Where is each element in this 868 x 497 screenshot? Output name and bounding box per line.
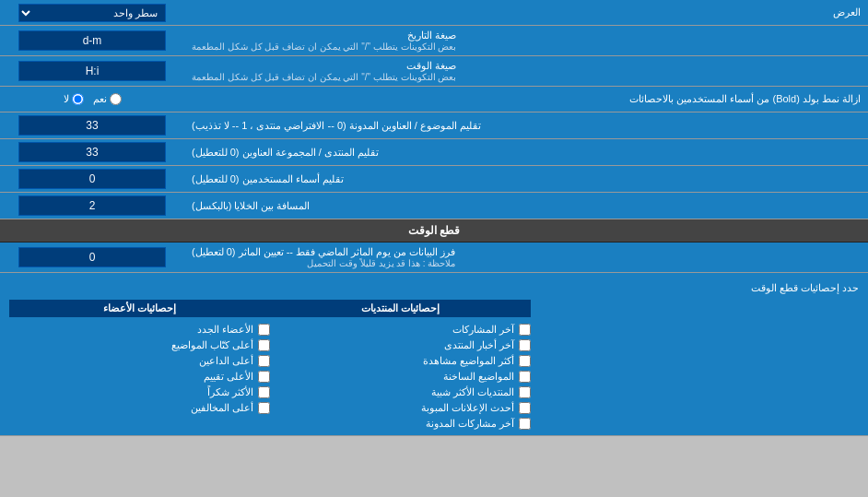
col2-item-2-checkbox[interactable]	[258, 355, 270, 367]
list-item: المواضيع الساخنة	[270, 371, 531, 383]
topic-order-input[interactable]	[18, 115, 166, 136]
col1-item-2-checkbox[interactable]	[519, 355, 531, 367]
bold-remove-controls: نعم لا	[0, 90, 184, 108]
forum-order-input[interactable]	[18, 142, 166, 162]
stats-label: حدد إحصائيات قطع الوقت	[751, 282, 859, 293]
topic-order-input-container	[0, 112, 184, 138]
col2-item-2-label: أعلى الداعين	[199, 355, 253, 367]
list-item: أكثر المواضيع مشاهدة	[270, 355, 531, 367]
top-row: العرض سطر واحد سطرين ثلاثة أسطر	[0, 0, 868, 26]
bold-no-text: لا	[64, 93, 69, 105]
list-item: الأكثر شكراً	[9, 386, 270, 398]
date-format-sublabel: بعض التكوينات يتطلب "/" التي يمكن ان تضا…	[192, 41, 456, 52]
col1-item-0-checkbox[interactable]	[519, 324, 531, 336]
cells-distance-label: المسافة بين الخلايا (بالبكسل)	[184, 193, 868, 219]
display-select[interactable]: سطر واحد سطرين ثلاثة أسطر	[18, 4, 166, 22]
realtime-filter-row: فرز البيانات من يوم الماثر الماضي فقط --…	[0, 243, 868, 273]
usernames-trim-label: تقليم أسماء المستخدمين (0 للتعطيل)	[184, 166, 868, 192]
list-item: آخر المشاركات	[270, 324, 531, 336]
usernames-trim-title: تقليم أسماء المستخدمين (0 للتعطيل)	[192, 173, 344, 185]
cells-distance-row: المسافة بين الخلايا (بالبكسل)	[0, 193, 868, 219]
stats-section-title: حدد إحصائيات قطع الوقت	[9, 278, 859, 300]
col1-item-4-checkbox[interactable]	[519, 386, 531, 398]
realtime-section-header: قطع الوقت	[0, 219, 868, 243]
list-item: أعلى الداعين	[9, 355, 270, 367]
list-item: أحدث الإعلانات المبوبة	[270, 402, 531, 414]
col1-header-text: إحصائيات المنتديات	[361, 302, 440, 314]
bold-remove-title: ازالة نمط بولد (Bold) من أسماء المستخدمي…	[629, 93, 861, 104]
bold-remove-label: ازالة نمط بولد (Bold) من أسماء المستخدمي…	[184, 89, 868, 109]
time-format-row: صيغة الوقت بعض التكوينات يتطلب "/" التي …	[0, 56, 868, 87]
realtime-filter-input[interactable]	[18, 247, 166, 267]
forum-order-row: تقليم المنتدى / المجموعة العناوين (0 للت…	[0, 139, 868, 166]
col2-item-0-checkbox[interactable]	[258, 324, 270, 336]
bold-yes-text: نعم	[93, 93, 107, 105]
col1-item-6-label: آخر مشاركات المدونة	[426, 418, 514, 430]
col2-item-5-checkbox[interactable]	[258, 402, 270, 414]
top-row-label: العرض	[184, 3, 868, 22]
usernames-trim-input[interactable]	[18, 169, 166, 189]
realtime-filter-sublabel: ملاحظة : هذا قد يزيد قليلاً وقت التحميل	[192, 258, 455, 268]
col1-item-2-label: أكثر المواضيع مشاهدة	[423, 355, 514, 367]
list-item: أعلى المخالفين	[9, 402, 270, 414]
bold-yes-radio[interactable]	[110, 93, 122, 105]
date-format-title: صيغة التاريخ	[192, 30, 456, 41]
cells-distance-input[interactable]	[18, 195, 166, 216]
col1-item-3-label: المواضيع الساخنة	[443, 371, 514, 383]
realtime-filter-label: فرز البيانات من يوم الماثر الماضي فقط --…	[184, 243, 868, 272]
col1-item-6-checkbox[interactable]	[519, 418, 531, 430]
col1-item-0-label: آخر المشاركات	[452, 324, 514, 336]
cells-distance-input-container	[0, 193, 184, 219]
realtime-section-title: قطع الوقت	[408, 224, 460, 237]
date-format-label: صيغة التاريخ بعض التكوينات يتطلب "/" الت…	[184, 26, 868, 55]
col2-header-text: إحصائيات الأعضاء	[103, 302, 176, 314]
bold-no-radio[interactable]	[72, 93, 84, 105]
col1-header: إحصائيات المنتديات	[270, 300, 531, 317]
col2-item-3-label: الأعلى تقييم	[204, 371, 253, 383]
col1-item-4-label: المنتديات الأكثر شبية	[431, 386, 514, 398]
stats-col-members: إحصائيات الأعضاء الأعضاء الجدد أعلى كتّا…	[9, 300, 270, 430]
col1-item-5-checkbox[interactable]	[519, 402, 531, 414]
time-format-input-container	[0, 56, 184, 86]
list-item: الأعضاء الجدد	[9, 324, 270, 336]
bold-yes-label[interactable]: نعم	[93, 93, 122, 105]
time-format-label: صيغة الوقت بعض التكوينات يتطلب "/" التي …	[184, 56, 868, 86]
list-item: آخر أخبار المنتدى	[270, 339, 531, 351]
col2-item-0-label: الأعضاء الجدد	[197, 324, 253, 336]
date-format-input[interactable]	[18, 30, 166, 51]
col2-item-1-checkbox[interactable]	[258, 339, 270, 351]
list-item: الأعلى تقييم	[9, 371, 270, 383]
col1-item-1-label: آخر أخبار المنتدى	[444, 339, 514, 351]
col2-item-3-checkbox[interactable]	[258, 371, 270, 383]
bold-remove-row: ازالة نمط بولد (Bold) من أسماء المستخدمي…	[0, 87, 868, 112]
realtime-filter-input-container	[0, 243, 184, 272]
usernames-trim-row: تقليم أسماء المستخدمين (0 للتعطيل)	[0, 166, 868, 193]
col2-item-4-checkbox[interactable]	[258, 386, 270, 398]
date-format-input-container	[0, 26, 184, 55]
bold-no-label[interactable]: لا	[64, 93, 84, 105]
col2-item-1-label: أعلى كتّاب المواضيع	[171, 339, 253, 351]
list-item: أعلى كتّاب المواضيع	[9, 339, 270, 351]
col2-item-5-label: أعلى المخالفين	[191, 402, 253, 414]
cells-distance-title: المسافة بين الخلايا (بالبكسل)	[192, 200, 311, 212]
forum-order-title: تقليم المنتدى / المجموعة العناوين (0 للت…	[192, 147, 379, 159]
stats-left-empty	[531, 300, 859, 430]
col2-header: إحصائيات الأعضاء	[9, 300, 270, 317]
topic-order-label: تقليم الموضوع / العناوين المدونة (0 -- ا…	[184, 112, 868, 138]
forum-order-input-container	[0, 139, 184, 165]
col1-item-5-label: أحدث الإعلانات المبوبة	[421, 402, 514, 414]
list-item: المنتديات الأكثر شبية	[270, 386, 531, 398]
col1-item-3-checkbox[interactable]	[519, 371, 531, 383]
list-item: آخر مشاركات المدونة	[270, 418, 531, 430]
time-format-title: صيغة الوقت	[192, 60, 456, 72]
topic-order-row: تقليم الموضوع / العناوين المدونة (0 -- ا…	[0, 112, 868, 139]
time-format-sublabel: بعض التكوينات يتطلب "/" التي يمكن ان تضا…	[192, 72, 456, 82]
stats-col-forums: إحصائيات المنتديات آخر المشاركات آخر أخب…	[270, 300, 531, 430]
time-format-input[interactable]	[18, 61, 166, 81]
display-label: العرض	[833, 6, 861, 18]
col1-item-1-checkbox[interactable]	[519, 339, 531, 351]
usernames-trim-input-container	[0, 166, 184, 192]
stats-section: حدد إحصائيات قطع الوقت إحصائيات المنتديا…	[0, 273, 868, 436]
topic-order-title: تقليم الموضوع / العناوين المدونة (0 -- ا…	[192, 120, 481, 132]
date-format-row: صيغة التاريخ بعض التكوينات يتطلب "/" الت…	[0, 26, 868, 56]
